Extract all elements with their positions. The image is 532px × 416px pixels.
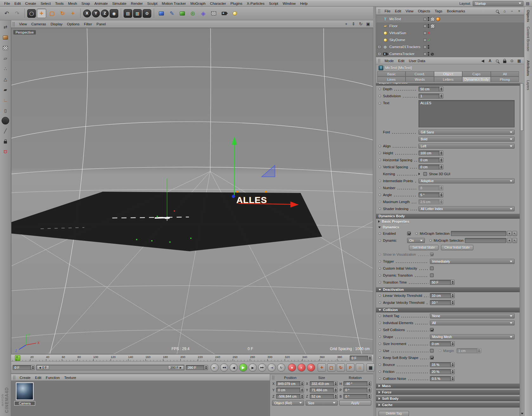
tab-dynamics-body[interactable]: Dynamics Body	[462, 77, 490, 82]
anim-dot[interactable]	[379, 102, 381, 105]
redo-icon[interactable]: ↷	[12, 9, 22, 18]
record-parameter-toggle[interactable]: P	[346, 363, 354, 372]
layout-select[interactable]: Startup	[473, 1, 523, 6]
menu-item[interactable]: Character	[208, 2, 228, 5]
drag-grip[interactable]	[378, 9, 381, 13]
attribute-menu-item[interactable]: User Data	[407, 59, 428, 63]
attribute-menu-item[interactable]: Mode	[382, 59, 396, 63]
anim-dot[interactable]	[379, 370, 381, 373]
keyframe-selection-button[interactable]: ▦	[367, 363, 375, 372]
goto-end-button[interactable]: ⇥	[268, 363, 276, 372]
anim-dot[interactable]	[379, 349, 381, 352]
menu-item[interactable]: Render	[129, 2, 145, 5]
anim-dot[interactable]	[379, 152, 381, 154]
anim-dot[interactable]	[379, 208, 381, 210]
drag-grip[interactable]	[272, 375, 275, 380]
object-manager-menu-item[interactable]: View	[403, 9, 416, 13]
layer-chip[interactable]	[424, 25, 426, 28]
object-name[interactable]: SkyDome	[389, 38, 405, 42]
new-panel-icon[interactable]: ▦	[517, 59, 522, 63]
add-mograph-icon[interactable]: ⊛	[188, 9, 198, 18]
model-mode-icon[interactable]	[1, 33, 10, 42]
edges-mode-icon[interactable]: △	[1, 75, 10, 83]
subsection-basic-properties[interactable]: Basic Properties	[376, 219, 520, 224]
x-axis-lock-button[interactable]: X	[83, 10, 91, 17]
duration-input[interactable]: 390 F	[186, 365, 204, 370]
object-manager-menu-item[interactable]: File	[382, 9, 393, 13]
material-menu-item[interactable]: Edit	[33, 376, 44, 380]
menu-item[interactable]: Sculpt	[145, 2, 159, 5]
rotation-h-input[interactable]: -90 °	[343, 381, 367, 386]
clear-initial-state-button[interactable]: Clear Initial State	[441, 245, 473, 250]
intermediate-points-select[interactable]: Adaptive	[418, 178, 515, 183]
tab-layers[interactable]: Layers	[526, 77, 530, 92]
toggle-view-icon[interactable]: ▣	[366, 22, 371, 27]
tab-coord[interactable]: Coord.	[405, 71, 434, 77]
collapsed-section-header[interactable]: Mass	[376, 383, 520, 388]
anim-dot[interactable]	[379, 166, 381, 168]
previous-key-button[interactable]: ◀◀	[220, 363, 228, 372]
anim-dot[interactable]	[379, 336, 381, 338]
align-select[interactable]: Left	[418, 144, 515, 149]
material-name[interactable]: Camera	[14, 401, 35, 406]
add-spline-icon[interactable]: ✎	[167, 9, 177, 18]
lock-icon[interactable]	[502, 59, 507, 63]
object-manager-menu-item[interactable]: Tags	[432, 9, 444, 13]
record-keyframe-button[interactable]: ●	[288, 363, 296, 372]
position-mode-select[interactable]: Object (Rel)	[272, 400, 304, 406]
tab-basic[interactable]: Basic	[377, 71, 405, 77]
pick-object-icon[interactable]: ↖	[512, 238, 517, 243]
scale-tool-icon[interactable]: ▢	[47, 9, 57, 18]
anim-dot[interactable]	[379, 187, 381, 189]
collapsed-section-header[interactable]: Cache	[376, 402, 520, 407]
add-camera-icon[interactable]	[219, 9, 229, 18]
height-input[interactable]: 100 cm	[418, 150, 439, 156]
object-name[interactable]: Camera01Trackers	[389, 45, 420, 49]
anim-dot[interactable]	[379, 88, 381, 90]
last-tool-icon[interactable]: +	[68, 9, 78, 18]
record-rotation-toggle[interactable]: ↻	[337, 363, 345, 372]
workplane-mode-icon[interactable]: ▱	[1, 54, 10, 62]
attribute-menu-item[interactable]: Edit	[396, 59, 407, 63]
rotate-tool-icon[interactable]: ↻	[58, 9, 67, 18]
object-row-motext[interactable]: T MoText	[376, 16, 524, 22]
dynamic-select[interactable]: On	[407, 238, 425, 243]
section-deactivation[interactable]: Deactivation	[376, 287, 520, 292]
viewport-menu-item[interactable]: View	[17, 22, 29, 26]
viewport-menu-item[interactable]: Display	[48, 22, 65, 26]
visibility-dots[interactable]	[428, 52, 429, 56]
material-preview-sphere[interactable]	[16, 382, 34, 400]
texture-mode-icon[interactable]	[1, 44, 10, 52]
use-margin-checkbox[interactable]	[430, 349, 434, 353]
viewport-canvas[interactable]: ALLES Y X Z FPS : 29.4 0 F Grid Spacing …	[11, 28, 373, 354]
play-button[interactable]: ▶	[239, 363, 247, 372]
mograph-selection-input[interactable]	[451, 231, 506, 236]
menu-item[interactable]: Motion Tracker	[159, 2, 188, 5]
individual-elements-select[interactable]: All	[430, 320, 515, 325]
vspacing-input[interactable]: 0 cm	[418, 164, 439, 170]
keyframe-help-button[interactable]: ?	[307, 363, 315, 372]
motext-object[interactable]: ALLES	[237, 195, 267, 205]
knife-icon[interactable]: ╱	[1, 127, 10, 135]
position-x-input[interactable]: 849.079 cm	[276, 381, 300, 386]
goto-start-button[interactable]: ⇤	[211, 363, 219, 372]
points-mode-icon[interactable]: ∴	[1, 65, 10, 73]
menu-item[interactable]: Select	[38, 2, 53, 5]
anim-dot[interactable]	[379, 342, 381, 345]
text-input[interactable]: ALLES	[418, 100, 515, 127]
depth-input[interactable]: 50 cm	[418, 86, 439, 92]
anim-dot[interactable]	[379, 95, 381, 97]
record-scale-toggle[interactable]: ▢	[327, 363, 335, 372]
menu-item[interactable]: Script	[267, 2, 280, 5]
tab-letters[interactable]: Letters	[434, 77, 462, 82]
menu-item[interactable]: Help	[298, 2, 310, 5]
object-manager-menu-item[interactable]: Objects	[416, 9, 432, 13]
anim-dot[interactable]	[379, 180, 381, 182]
set-initial-state-button[interactable]: Set Initial State	[409, 245, 438, 250]
drag-grip[interactable]	[13, 375, 16, 380]
next-key-button[interactable]: ▶▶	[258, 363, 266, 372]
anim-dot[interactable]	[379, 356, 381, 359]
attributes-scrollbar[interactable]	[520, 83, 524, 416]
selection-handle[interactable]	[237, 191, 238, 193]
keep-soft-body-shape-checkbox[interactable]	[430, 356, 434, 360]
